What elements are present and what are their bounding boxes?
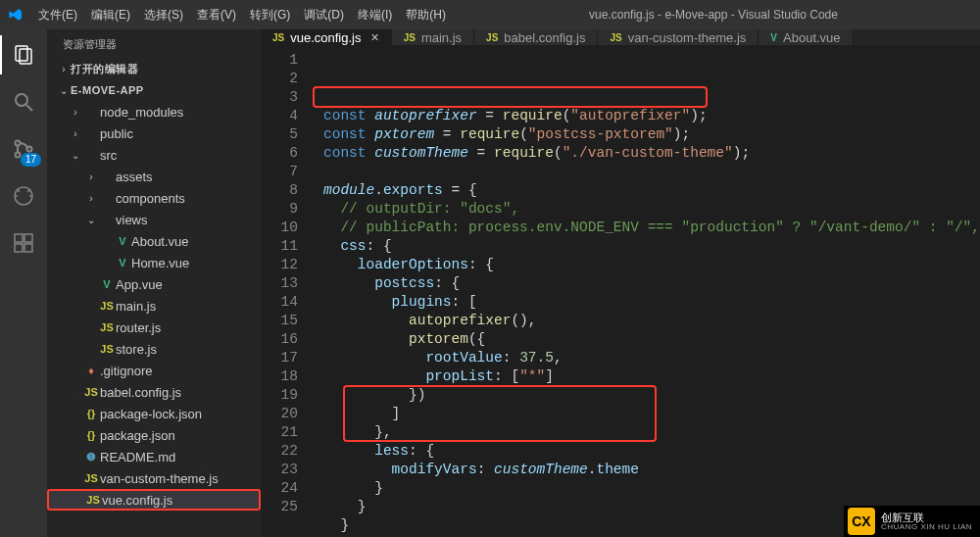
editor-tab[interactable]: JSbabel.config.js [474, 29, 598, 45]
tree-item-label: .gitignore [100, 364, 152, 378]
line-number: 21 [261, 423, 298, 442]
menu-item[interactable]: 终端(I) [351, 4, 399, 25]
tree-item[interactable]: ♦.gitignore [47, 360, 261, 381]
tree-item[interactable]: JSvue.config.js [47, 489, 261, 511]
editor-tab[interactable]: JSvan-custom-theme.js [598, 29, 759, 45]
menu-item[interactable]: 查看(V) [190, 4, 243, 25]
line-number: 1 [261, 51, 298, 70]
tree-item[interactable]: {}package.json [47, 424, 261, 446]
line-number: 22 [261, 442, 298, 461]
watermark-name: 创新互联 [881, 512, 972, 523]
extensions-icon[interactable] [0, 223, 47, 263]
tree-item-label: README.md [100, 450, 175, 464]
tree-item-label: About.vue [131, 234, 189, 249]
activity-bar: 17 [0, 29, 47, 537]
code-line: propList: ["*"] [323, 367, 980, 386]
js-icon: JS [98, 321, 116, 333]
svg-line-3 [26, 105, 32, 111]
svg-line-11 [27, 189, 30, 192]
editor-tab[interactable]: VAbout.vue [759, 29, 853, 45]
menu-item[interactable]: 选择(S) [137, 4, 190, 25]
js-icon: JS [610, 32, 621, 43]
svg-rect-14 [15, 244, 23, 252]
menu-item[interactable]: 编辑(E) [84, 4, 137, 25]
line-number: 15 [261, 312, 298, 330]
tree-item[interactable]: ❶README.md [47, 446, 261, 467]
scm-badge: 17 [21, 153, 41, 167]
tree-item[interactable]: JSmain.js [47, 295, 261, 317]
tree-item-label: App.vue [116, 277, 163, 292]
tree-item[interactable]: JSstore.js [47, 338, 261, 360]
tree-item[interactable]: JSbabel.config.js [47, 381, 261, 403]
tab-label: van-custom-theme.js [628, 30, 747, 45]
vue-icon: V [98, 278, 116, 290]
line-number: 8 [261, 181, 298, 200]
chevron-right-icon: › [69, 128, 82, 139]
menu-item[interactable]: 文件(E) [31, 4, 84, 25]
line-number: 4 [261, 107, 298, 125]
tree-item[interactable]: {}package-lock.json [47, 403, 261, 424]
tree-item[interactable]: ›assets [47, 166, 261, 187]
code-line: // outputDir: "docs", [323, 200, 980, 219]
source-control-icon[interactable]: 17 [0, 129, 47, 169]
chevron-right-icon: › [57, 64, 71, 74]
code-line: rootValue: 37.5, [323, 349, 980, 367]
js-icon: JS [486, 32, 498, 43]
svg-point-4 [16, 141, 21, 146]
project-section[interactable]: ⌄ E-MOVE-APP [47, 79, 261, 101]
vue-icon: V [114, 257, 131, 268]
search-icon[interactable] [0, 82, 47, 122]
menu-item[interactable]: 调试(D) [297, 4, 351, 25]
watermark: CX 创新互联 CHUANG XIN HU LIAN [844, 506, 980, 537]
explorer-icon[interactable] [0, 35, 47, 74]
file-tree: › 打开的编辑器 ⌄ E-MOVE-APP ›node_modules›publ… [47, 58, 261, 537]
code-line: autoprefixer(), [323, 312, 980, 330]
tab-label: About.vue [783, 30, 841, 45]
tree-item[interactable]: VHome.vue [47, 252, 261, 273]
tree-item-label: assets [116, 170, 153, 184]
tree-item[interactable]: JSvan-custom-theme.js [47, 467, 261, 489]
tree-item-label: main.js [116, 299, 156, 314]
tree-item-label: van-custom-theme.js [100, 471, 219, 486]
close-icon[interactable]: × [370, 29, 378, 45]
md-icon: ❶ [82, 451, 100, 464]
tree-item[interactable]: ⌄views [47, 209, 261, 230]
line-number: 19 [261, 386, 298, 405]
menu-item[interactable]: 帮助(H) [399, 4, 453, 25]
tree-item[interactable]: ›node_modules [47, 101, 261, 122]
menu-item[interactable]: 转到(G) [243, 4, 297, 25]
sidebar-header: 资源管理器 [47, 29, 261, 58]
editor-area: JSvue.config.js×JSmain.jsJSbabel.config.… [261, 29, 980, 537]
debug-icon[interactable] [0, 176, 47, 216]
line-number: 20 [261, 405, 298, 423]
editor-tab[interactable]: JSvue.config.js× [261, 29, 392, 45]
line-number: 11 [261, 237, 298, 256]
tree-item-label: node_modules [100, 105, 183, 120]
editor-tab[interactable]: JSmain.js [392, 29, 474, 45]
line-gutter: 1234567891011121314151617181920212223242… [261, 45, 316, 537]
watermark-logo-icon: CX [848, 508, 875, 535]
tree-item[interactable]: ⌄src [47, 144, 261, 166]
tree-item[interactable]: VApp.vue [47, 273, 261, 295]
code-line: const customTheme = require("./van-custo… [323, 144, 980, 163]
tree-item[interactable]: ›public [47, 122, 261, 144]
code-content[interactable]: const autoprefixer = require("autoprefix… [316, 45, 980, 537]
tree-item-label: views [116, 213, 148, 227]
svg-rect-13 [24, 234, 32, 242]
code-line: less: { [323, 442, 980, 461]
code-line: loaderOptions: { [323, 256, 980, 274]
code-editor[interactable]: 1234567891011121314151617181920212223242… [261, 45, 980, 537]
vue-icon: V [114, 235, 131, 247]
line-number: 18 [261, 367, 298, 386]
tree-item[interactable]: JSrouter.js [47, 317, 261, 338]
tree-item-label: public [100, 126, 133, 141]
line-number: 24 [261, 479, 298, 498]
line-number: 23 [261, 461, 298, 479]
code-line: module.exports = { [323, 181, 980, 200]
open-editors-section[interactable]: › 打开的编辑器 [47, 58, 261, 79]
tab-label: vue.config.js [290, 30, 361, 45]
svg-point-5 [16, 153, 21, 158]
line-number: 6 [261, 144, 298, 163]
tree-item[interactable]: ›components [47, 187, 261, 209]
tree-item[interactable]: VAbout.vue [47, 230, 261, 252]
